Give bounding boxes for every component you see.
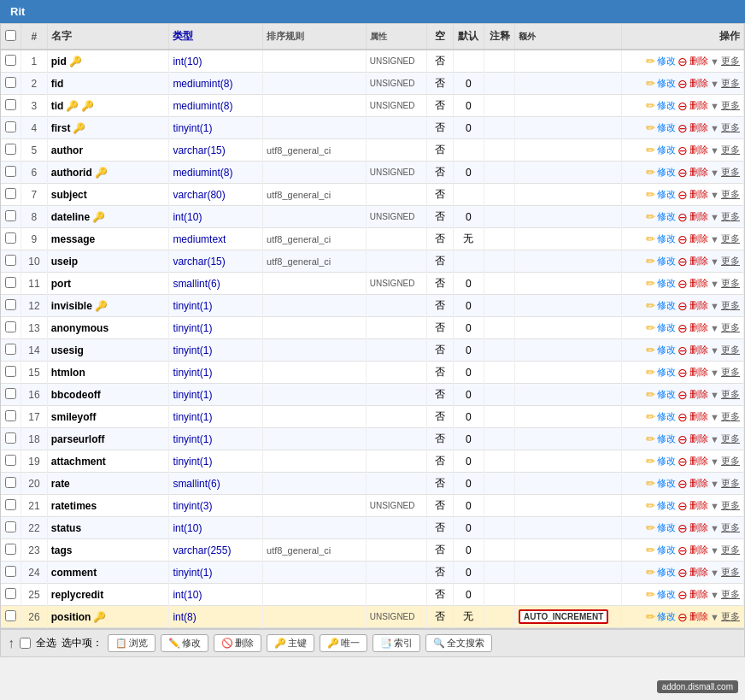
delete-link[interactable]: 删除 bbox=[689, 499, 708, 512]
dropdown-arrow-icon[interactable]: ▼ bbox=[710, 79, 719, 89]
edit-link[interactable]: 修改 bbox=[657, 521, 676, 534]
dropdown-arrow-icon[interactable]: ▼ bbox=[710, 212, 719, 222]
more-link[interactable]: 更多 bbox=[721, 455, 740, 468]
delete-link[interactable]: 删除 bbox=[689, 188, 708, 201]
edit-link[interactable]: 修改 bbox=[657, 99, 676, 112]
delete-link[interactable]: 删除 bbox=[689, 210, 708, 223]
row-checkbox[interactable] bbox=[5, 366, 16, 377]
dropdown-arrow-icon[interactable]: ▼ bbox=[710, 568, 719, 578]
dropdown-arrow-icon[interactable]: ▼ bbox=[710, 234, 719, 244]
row-checkbox[interactable] bbox=[5, 232, 16, 244]
row-checkbox[interactable] bbox=[5, 610, 16, 621]
delete-link[interactable]: 删除 bbox=[689, 588, 708, 601]
dropdown-arrow-icon[interactable]: ▼ bbox=[710, 501, 719, 511]
row-checkbox[interactable] bbox=[5, 188, 16, 199]
dropdown-arrow-icon[interactable]: ▼ bbox=[710, 523, 719, 533]
more-link[interactable]: 更多 bbox=[721, 588, 740, 601]
edit-link[interactable]: 修改 bbox=[657, 432, 676, 445]
more-link[interactable]: 更多 bbox=[721, 255, 740, 268]
more-link[interactable]: 更多 bbox=[721, 366, 740, 379]
more-link[interactable]: 更多 bbox=[721, 499, 740, 512]
dropdown-arrow-icon[interactable]: ▼ bbox=[710, 323, 719, 333]
more-link[interactable]: 更多 bbox=[721, 99, 740, 112]
dropdown-arrow-icon[interactable]: ▼ bbox=[710, 345, 719, 356]
more-link[interactable]: 更多 bbox=[721, 299, 740, 312]
more-link[interactable]: 更多 bbox=[721, 521, 740, 534]
dropdown-arrow-icon[interactable]: ▼ bbox=[710, 123, 719, 133]
edit-link[interactable]: 修改 bbox=[657, 299, 676, 312]
delete-link[interactable]: 删除 bbox=[689, 166, 708, 179]
delete-link[interactable]: 删除 bbox=[689, 455, 708, 468]
delete-link[interactable]: 删除 bbox=[689, 121, 708, 134]
row-checkbox[interactable] bbox=[5, 144, 16, 155]
edit-link[interactable]: 修改 bbox=[657, 388, 676, 401]
index-button[interactable]: 📑 索引 bbox=[372, 634, 420, 652]
edit-link[interactable]: 修改 bbox=[657, 277, 676, 290]
dropdown-arrow-icon[interactable]: ▼ bbox=[710, 456, 719, 467]
more-link[interactable]: 更多 bbox=[721, 55, 740, 68]
edit-link[interactable]: 修改 bbox=[657, 232, 676, 245]
delete-button[interactable]: 🚫 删除 bbox=[214, 634, 261, 652]
unique-button[interactable]: 🔑 唯一 bbox=[320, 634, 367, 652]
delete-link[interactable]: 删除 bbox=[689, 344, 708, 356]
delete-link[interactable]: 删除 bbox=[689, 477, 708, 490]
footer-select-all[interactable] bbox=[20, 638, 31, 649]
browse-button[interactable]: 📋 浏览 bbox=[108, 634, 155, 652]
up-arrow[interactable]: ↑ bbox=[8, 636, 15, 651]
dropdown-arrow-icon[interactable]: ▼ bbox=[710, 479, 719, 489]
dropdown-arrow-icon[interactable]: ▼ bbox=[710, 168, 719, 178]
edit-link[interactable]: 修改 bbox=[657, 410, 676, 423]
row-checkbox[interactable] bbox=[5, 121, 16, 132]
edit-button[interactable]: ✏️ 修改 bbox=[161, 634, 208, 652]
delete-link[interactable]: 删除 bbox=[689, 321, 708, 334]
row-checkbox[interactable] bbox=[5, 77, 16, 88]
row-checkbox[interactable] bbox=[5, 455, 16, 466]
edit-link[interactable]: 修改 bbox=[657, 210, 676, 223]
dropdown-arrow-icon[interactable]: ▼ bbox=[710, 368, 719, 378]
dropdown-arrow-icon[interactable]: ▼ bbox=[710, 145, 719, 156]
more-link[interactable]: 更多 bbox=[721, 388, 740, 401]
edit-link[interactable]: 修改 bbox=[657, 255, 676, 268]
delete-link[interactable]: 删除 bbox=[689, 277, 708, 290]
more-link[interactable]: 更多 bbox=[721, 210, 740, 223]
dropdown-arrow-icon[interactable]: ▼ bbox=[710, 612, 719, 622]
fulltext-search-button[interactable]: 🔍 全文搜索 bbox=[425, 634, 492, 652]
edit-link[interactable]: 修改 bbox=[657, 144, 676, 156]
row-checkbox[interactable] bbox=[5, 321, 16, 332]
edit-link[interactable]: 修改 bbox=[657, 55, 676, 68]
edit-link[interactable]: 修改 bbox=[657, 121, 676, 134]
delete-link[interactable]: 删除 bbox=[689, 521, 708, 534]
delete-link[interactable]: 删除 bbox=[689, 232, 708, 245]
dropdown-arrow-icon[interactable]: ▼ bbox=[710, 190, 719, 200]
edit-link[interactable]: 修改 bbox=[657, 77, 676, 90]
delete-link[interactable]: 删除 bbox=[689, 366, 708, 379]
row-checkbox[interactable] bbox=[5, 521, 16, 532]
more-link[interactable]: 更多 bbox=[721, 277, 740, 290]
row-checkbox[interactable] bbox=[5, 544, 16, 555]
row-checkbox[interactable] bbox=[5, 410, 16, 421]
delete-link[interactable]: 删除 bbox=[689, 77, 708, 90]
delete-link[interactable]: 删除 bbox=[689, 610, 708, 623]
select-all-checkbox[interactable] bbox=[5, 30, 16, 41]
more-link[interactable]: 更多 bbox=[721, 121, 740, 134]
row-checkbox[interactable] bbox=[5, 55, 16, 66]
edit-link[interactable]: 修改 bbox=[657, 166, 676, 179]
row-checkbox[interactable] bbox=[5, 299, 16, 310]
row-checkbox[interactable] bbox=[5, 499, 16, 510]
more-link[interactable]: 更多 bbox=[721, 477, 740, 490]
dropdown-arrow-icon[interactable]: ▼ bbox=[710, 56, 719, 67]
delete-link[interactable]: 删除 bbox=[689, 55, 708, 68]
delete-link[interactable]: 删除 bbox=[689, 299, 708, 312]
row-checkbox[interactable] bbox=[5, 344, 16, 355]
dropdown-arrow-icon[interactable]: ▼ bbox=[710, 301, 719, 311]
delete-link[interactable]: 删除 bbox=[689, 566, 708, 579]
more-link[interactable]: 更多 bbox=[721, 77, 740, 90]
more-link[interactable]: 更多 bbox=[721, 144, 740, 156]
more-link[interactable]: 更多 bbox=[721, 544, 740, 556]
more-link[interactable]: 更多 bbox=[721, 432, 740, 445]
row-checkbox[interactable] bbox=[5, 588, 16, 599]
more-link[interactable]: 更多 bbox=[721, 410, 740, 423]
delete-link[interactable]: 删除 bbox=[689, 432, 708, 445]
row-checkbox[interactable] bbox=[5, 388, 16, 399]
edit-link[interactable]: 修改 bbox=[657, 544, 676, 556]
